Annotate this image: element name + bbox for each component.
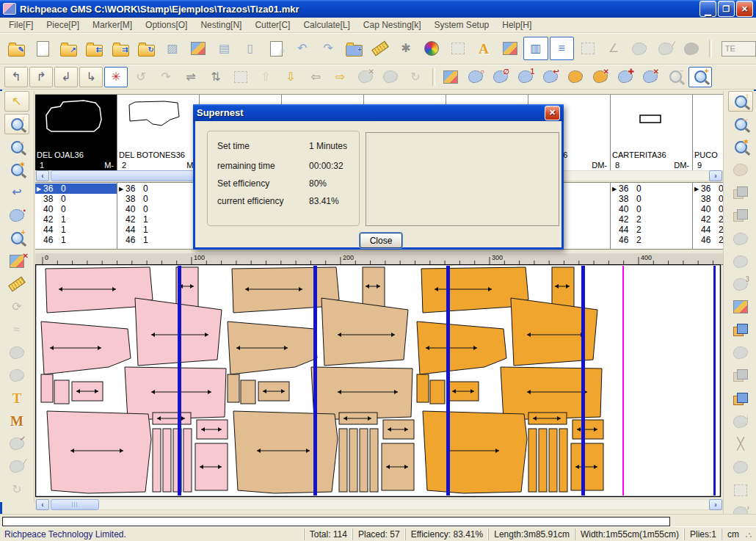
piece-3d-button[interactable] [728, 320, 753, 341]
menu-item-help[interactable]: Help[H] [495, 18, 538, 32]
clear-marker-button[interactable]: ✕ [4, 251, 29, 272]
redo-button[interactable]: ↷ [316, 37, 340, 60]
nudge-down-button[interactable]: ⇩ [279, 67, 302, 87]
scroll-right-icon[interactable]: › [709, 170, 722, 181]
size-row-36[interactable]: ▶360 [117, 184, 199, 194]
compass-button[interactable]: ✳ [104, 67, 128, 87]
color-settings-button[interactable] [420, 37, 444, 60]
marker-scrollbar[interactable]: ‹ › [35, 499, 723, 510]
slide-piece-button[interactable] [564, 67, 587, 87]
open-previous-button[interactable]: ⇇ [82, 37, 106, 60]
send-back-button[interactable]: ↩ [539, 67, 562, 87]
toggle-piece-panel-button[interactable]: ▥ [523, 37, 548, 60]
overlap-one-button[interactable]: 1 [514, 67, 537, 87]
size-row-42[interactable]: 421 [117, 214, 199, 225]
delete-piece-button[interactable]: ✕ [354, 67, 377, 87]
tool-settings-button[interactable]: ✱ [393, 37, 418, 60]
close-button[interactable]: ✕ [736, 1, 753, 17]
size-row-38[interactable]: 380 [117, 194, 199, 204]
undo-button[interactable]: ↶ [290, 37, 314, 60]
zoom-out-button[interactable]: − [664, 67, 687, 87]
dot-grid-button[interactable] [728, 480, 753, 501]
move-piece-first-button[interactable]: ↰ [4, 67, 28, 87]
unpin-piece-button[interactable]: ✕ [639, 67, 662, 87]
size-row-36[interactable]: ▶360 [35, 184, 117, 194]
scroll-left-icon[interactable]: ‹ [36, 499, 49, 510]
zoom-fit-button[interactable]: ∗ [4, 159, 29, 180]
zoom-all-button[interactable]: ∗ [728, 137, 753, 157]
flip-horizontal-button[interactable]: ⇌ [179, 67, 203, 87]
piece-flat-button[interactable] [728, 251, 753, 272]
dialog-close-action-button[interactable]: Close [360, 233, 402, 248]
measure-settings-button[interactable] [368, 37, 392, 60]
nudge-right-button[interactable]: ⇨ [329, 67, 352, 87]
piece-count-button[interactable]: 3 [728, 274, 753, 294]
size-row-46[interactable]: 461 [35, 235, 117, 245]
piece-lock-button[interactable]: ▪ [4, 206, 29, 226]
size-row-40[interactable]: 400 [693, 204, 723, 214]
strike-piece-button[interactable]: ∕ [4, 457, 29, 477]
move-piece-down-button[interactable]: ↲ [54, 67, 78, 87]
tile-view-button[interactable] [439, 67, 462, 87]
pieces-pair-button[interactable] [728, 366, 753, 386]
dialog-close-button[interactable]: ✕ [545, 106, 560, 120]
piece-sketch-button[interactable] [728, 457, 753, 478]
toggle-list-panel-button[interactable]: ≡ [550, 37, 574, 60]
move-piece-last-button[interactable]: ↱ [29, 67, 53, 87]
size-row-40[interactable]: 400 [611, 204, 692, 214]
zoom-plus-button[interactable]: + [4, 228, 29, 249]
find-piece-button[interactable]: ◌ [264, 37, 288, 60]
scroll-right-icon[interactable]: › [709, 499, 722, 510]
menu-item-nesting[interactable]: Nesting[N] [194, 18, 248, 32]
size-row-42[interactable]: 422 [611, 214, 692, 225]
hand-pieces-button[interactable] [728, 343, 753, 363]
zoom-horizontal-button[interactable]: ↔ [4, 137, 29, 157]
piece-drop-button[interactable]: ↓ [728, 411, 753, 432]
rotate-180-button[interactable]: ↷ [154, 67, 178, 87]
marker-scroll-thumb[interactable] [51, 499, 99, 510]
size-row-38[interactable]: 380 [611, 194, 692, 204]
fabric-pattern-button[interactable] [575, 37, 600, 60]
refresh-button[interactable]: ↻ [4, 479, 29, 500]
size-row-40[interactable]: 400 [117, 204, 199, 214]
marker-canvas[interactable] [35, 264, 722, 498]
size-row-46[interactable]: 462 [611, 235, 692, 245]
open-marker-button[interactable]: ↗ [57, 37, 81, 60]
export-image-button[interactable] [498, 37, 522, 60]
piece-fill-button[interactable] [728, 159, 753, 180]
title-bar[interactable]: Richpeace GMS C:\WORK\Stamp\Ejemplos\Tra… [0, 0, 756, 18]
marker-text-button[interactable]: M [4, 411, 29, 432]
size-row-44[interactable]: 442 [693, 225, 723, 235]
rotate-left-button[interactable]: ↺ [129, 67, 153, 87]
reload-marker-button[interactable]: ↻ [134, 37, 159, 60]
freehand-button[interactable]: ≈ [4, 319, 29, 340]
zoom-vertical-button[interactable]: ↕ [4, 114, 29, 134]
new-marker-button[interactable] [30, 37, 54, 60]
te-field[interactable]: TE [722, 41, 756, 57]
garment-view-button[interactable] [679, 37, 703, 60]
piece-half-button[interactable] [728, 183, 753, 203]
piece-half-b-button[interactable] [728, 206, 753, 226]
strike-lines-button[interactable]: ╳ [728, 434, 753, 454]
size-row-44[interactable]: 441 [117, 225, 199, 235]
menu-item-options[interactable]: Options[O] [139, 18, 194, 32]
menu-item-cutter[interactable]: Cutter[C] [248, 18, 297, 32]
menu-item-piece[interactable]: Piece[P] [40, 18, 86, 32]
maximize-button[interactable]: ❐ [718, 1, 735, 17]
menu-item-cap-nesting[interactable]: Cap Nesting[k] [357, 18, 428, 32]
slide-piece-x-button[interactable]: ✕ [589, 67, 612, 87]
undo-lock-button[interactable]: ↩ [4, 182, 29, 203]
rotate-piece-button[interactable]: ⟳ [4, 297, 29, 317]
dialog-title-bar[interactable]: Supernest ✕ [193, 104, 564, 121]
text-tool-button[interactable]: T [4, 388, 29, 408]
font-settings-button[interactable]: A [471, 37, 495, 60]
angle-measure-button[interactable]: ∠ [601, 37, 625, 60]
move-piece-up-button[interactable]: ↳ [79, 67, 103, 87]
size-row-40[interactable]: 400 [35, 204, 117, 214]
piece-thumbnail-del-ojal36[interactable]: DEL OJAL361M- [35, 95, 117, 171]
piece-thumbnail-carterita36[interactable]: CARTERITA368DM- [611, 95, 693, 171]
nudge-up-button[interactable]: ⇧ [254, 67, 277, 87]
piece-thumbnail-del-botones36[interactable]: DEL BOTONES362M- [117, 95, 200, 171]
recalculate-button[interactable]: ↻ [404, 67, 427, 87]
center-piece-button[interactable] [229, 67, 252, 87]
